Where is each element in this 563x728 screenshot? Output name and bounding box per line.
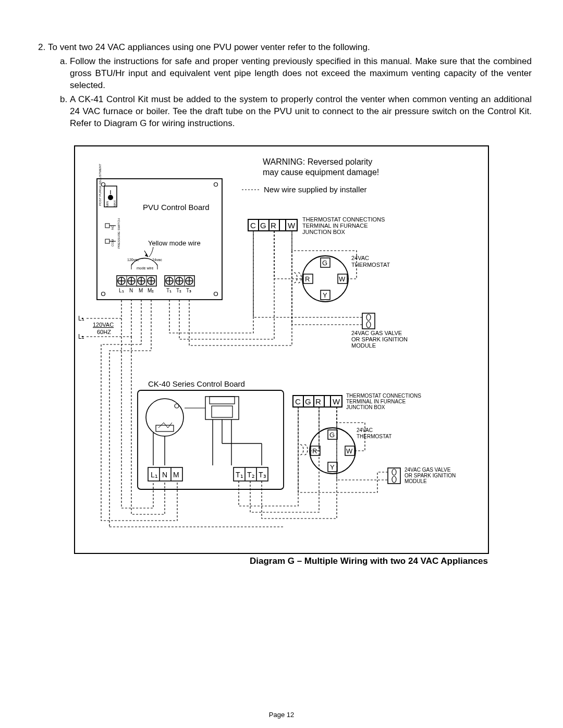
pvu-term-t3: T₃: [186, 288, 191, 293]
svg-point-34: [82, 336, 83, 337]
jb2-r: R: [315, 397, 321, 406]
pvu-term-m2: M₂: [148, 288, 154, 293]
svg-marker-14: [145, 253, 148, 257]
gv2-l3: MODULE: [405, 478, 427, 484]
warning-line2: may cause equipment damage!: [263, 168, 379, 177]
svg-rect-10: [105, 239, 109, 243]
jb2-g: G: [305, 397, 311, 406]
gv-l2: OR SPARK IGNITION: [351, 336, 408, 342]
power-120: 120VAC: [93, 322, 114, 328]
jb-g: G: [260, 221, 266, 230]
nc-label: NC: [111, 225, 114, 229]
lower-thermostat: G R W Y 24VAC THERMOSTAT: [310, 427, 391, 474]
svg-point-33: [82, 317, 83, 319]
jb2-c: C: [295, 397, 301, 406]
ck-t2: T₂: [247, 471, 255, 479]
l2-sym: L₂: [78, 333, 84, 340]
legend-text: New wire supplied by installer: [264, 185, 367, 194]
lower-gas-valve: 24VAC GAS VALVE OR SPARK IGNITION MODULE: [388, 467, 456, 484]
pvu-control-board: PVU Control Board POST PURGE ADJUSTMENT …: [97, 163, 222, 299]
pvu-term-n: N: [129, 288, 133, 293]
th-r: R: [305, 275, 310, 283]
min-label: MIN: [106, 201, 109, 207]
pvu-term-t2: T₂: [176, 288, 181, 293]
ck-t1: T₁: [236, 471, 243, 479]
jb-label2: TERMINAL IN FURNACE: [302, 223, 368, 229]
svg-rect-41: [212, 406, 232, 417]
jb2-w: W: [333, 397, 340, 406]
post-purge-label: POST PURGE ADJUSTMENT: [99, 163, 102, 205]
power-60: 60HZ: [97, 329, 111, 335]
ck-l1: L₁: [151, 471, 158, 479]
svg-rect-40: [210, 397, 235, 404]
th2-24-l2: THERMOSTAT: [357, 434, 391, 439]
th-y: Y: [323, 291, 327, 299]
th2-y: Y: [330, 463, 335, 471]
ck-n: N: [162, 471, 167, 479]
svg-rect-8: [105, 224, 109, 228]
pvu-term-l1: L₁: [119, 288, 124, 293]
ck-m: M: [173, 471, 179, 479]
gv2-l2: OR SPARK IGNITION: [405, 473, 456, 478]
th-w: W: [339, 275, 346, 283]
com-label: COM: [111, 239, 114, 246]
gv2-l1: 24VAC GAS VALVE: [405, 467, 451, 473]
page-footer: Page 12: [0, 711, 563, 719]
svg-point-37: [175, 404, 179, 408]
jb-label3: JUNCTION BOX: [302, 229, 346, 235]
power-lines: L₁ L₂ 120VAC 60HZ: [78, 315, 114, 340]
jb2-l1: THERMOSTAT CONNECTIONS: [346, 393, 421, 399]
jb2-l3: JUNCTION BOX: [346, 404, 385, 410]
v120-label: 120vac: [127, 258, 139, 262]
upper-junction-box: C G R W THERMOSTAT CONNECTIONS TERMINAL …: [248, 216, 385, 235]
v24-label: 24vac: [152, 258, 162, 262]
svg-rect-66: [388, 468, 400, 484]
diagram-caption: Diagram G – Multiple Wiring with two 24 …: [75, 556, 488, 566]
pvu-board-label: PVU Control Board: [143, 203, 210, 212]
instruction-2-text: To vent two 24 VAC appliances using one …: [48, 42, 370, 52]
th-24-l1: 24VAC: [351, 255, 369, 261]
svg-rect-39: [205, 397, 239, 419]
max-label: MAX: [113, 200, 116, 207]
mode-wire-label: mode wire: [137, 266, 153, 270]
gv-l1: 24VAC GAS VALVE: [351, 330, 402, 336]
pvu-term-t1: T₁: [166, 288, 172, 293]
warning-line1: WARNING: Reversed polarity: [263, 157, 372, 166]
svg-rect-32: [362, 313, 375, 329]
lower-junction-box: C G R W THERMOSTAT CONNECTIONS TERMINAL …: [293, 393, 421, 410]
svg-rect-38: [156, 425, 174, 431]
instruction-2a: Follow the instructions for safe and pro…: [70, 56, 532, 92]
svg-point-6: [108, 195, 113, 200]
th-24-l2: THERMOSTAT: [351, 262, 390, 268]
ck-t3: T₃: [259, 471, 266, 479]
th-g: G: [322, 259, 327, 267]
th2-w: W: [346, 447, 353, 455]
gv-l3: MODULE: [351, 342, 376, 349]
pressure-switch-label: PRESSURE SWITCH: [117, 218, 120, 248]
pvu-term-m: M: [139, 288, 143, 293]
instruction-block: To vent two 24 VAC appliances using one …: [31, 42, 532, 130]
ck40-control-board: CK-40 Series Control Board: [138, 379, 284, 489]
yellow-mode-label: Yellow mode wire: [148, 239, 201, 247]
instruction-2b: A CK-41 Control Kit must be added to the…: [70, 94, 532, 130]
ck40-label: CK-40 Series Control Board: [148, 379, 245, 388]
jb-c: C: [250, 221, 256, 230]
jb-r: R: [271, 221, 276, 230]
upper-thermostat: G R W Y 24VAC THERMOSTAT: [302, 255, 390, 302]
upper-gas-valve: 24VAC GAS VALVE OR SPARK IGNITION MODULE: [351, 313, 408, 349]
diagram-g: WARNING: Reversed polarity may cause equ…: [74, 145, 489, 554]
jb-w: W: [288, 221, 296, 230]
jb2-l2: TERMINAL IN FURNACE: [346, 399, 406, 404]
l1-sym: L₁: [78, 315, 84, 322]
th2-g: G: [329, 431, 335, 439]
instruction-2: To vent two 24 VAC appliances using one …: [48, 42, 532, 130]
jb-label1: THERMOSTAT CONNECTIONS: [302, 216, 385, 223]
